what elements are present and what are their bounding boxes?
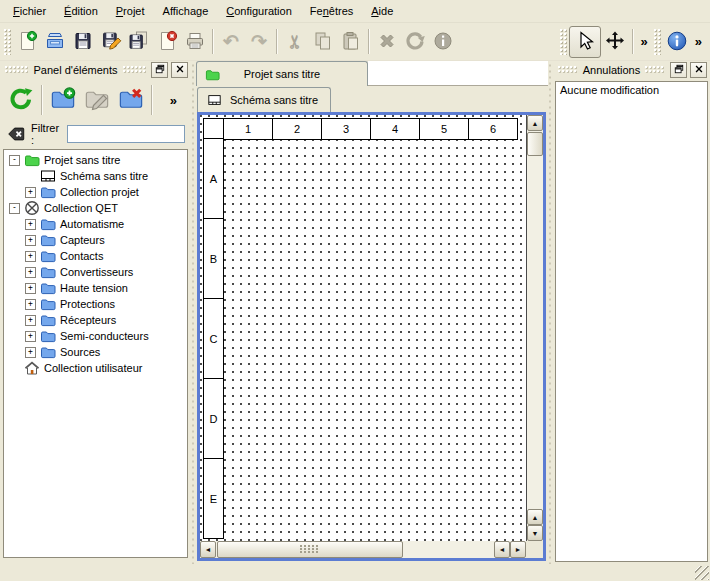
menu-affichage[interactable]: Affichage: [154, 2, 218, 20]
new-category-button[interactable]: [46, 83, 80, 117]
tree-item-projet-sans-titre[interactable]: -Projet sans titre: [4, 152, 187, 168]
schema-canvas[interactable]: 123456 ABCDE: [200, 115, 526, 541]
dock-grip: [558, 66, 578, 74]
toolbar-overflow-chevron[interactable]: »: [637, 34, 652, 49]
save-button[interactable]: [69, 28, 97, 56]
clear-filter-icon[interactable]: [6, 124, 26, 144]
tree-item-contacts[interactable]: +Contacts: [4, 248, 187, 264]
select-tool-button[interactable]: [569, 26, 601, 58]
collapse-expander[interactable]: -: [9, 155, 20, 166]
collapse-expander[interactable]: -: [9, 203, 20, 214]
tab-schema[interactable]: Schéma sans titre: [197, 87, 331, 112]
redo-icon: ↷: [251, 32, 267, 51]
header-corner-cell: [203, 118, 224, 140]
vertical-scrollbar[interactable]: ▲ ▲ ▼: [526, 115, 543, 541]
move-tool-button[interactable]: [601, 28, 629, 56]
filter-input[interactable]: [67, 125, 185, 143]
scroll-down-button[interactable]: ▼: [527, 525, 543, 541]
dock-float-button[interactable]: [151, 62, 168, 78]
undo-history-item[interactable]: Aucune modification: [558, 83, 705, 97]
dock-close-button[interactable]: [690, 62, 707, 78]
undo-dock-titlebar[interactable]: Annulations: [553, 61, 710, 79]
elements-tree[interactable]: -Projet sans titreSchéma sans titre+Coll…: [3, 149, 188, 558]
new-document-button[interactable]: [13, 28, 41, 56]
vertical-scroll-thumb[interactable]: [527, 132, 543, 156]
tab-project[interactable]: Projet sans titre: [196, 61, 368, 86]
save-as-button[interactable]: [97, 28, 125, 56]
open-button[interactable]: [41, 28, 69, 56]
toolbar-separator: [632, 29, 634, 54]
expand-expander[interactable]: +: [25, 251, 36, 262]
expand-expander[interactable]: +: [25, 235, 36, 246]
undo-history-list[interactable]: Aucune modification: [555, 81, 708, 562]
menu-bar: FichierÉditionProjetAffichageConfigurati…: [0, 0, 710, 23]
expand-expander[interactable]: +: [25, 315, 36, 326]
dock-close-button[interactable]: [171, 62, 188, 78]
print-button[interactable]: [181, 28, 209, 56]
toolbar-drag-handle[interactable]: [560, 29, 567, 55]
elements-panel-titlebar[interactable]: Panel d'éléments: [0, 61, 191, 79]
save-all-button[interactable]: [125, 28, 153, 56]
scrollbar-corner: [526, 541, 543, 558]
tree-item-collection-utilisateur[interactable]: Collection utilisateur: [4, 360, 187, 376]
dock-grip: [5, 66, 28, 74]
reload-collections-button[interactable]: [4, 83, 38, 117]
toolbar-drag-handle[interactable]: [4, 29, 11, 55]
tree-item-label: Sources: [60, 346, 100, 358]
horizontal-scroll-thumb[interactable]: [217, 541, 403, 558]
tree-item-haute-tension[interactable]: +Haute tension: [4, 280, 187, 296]
menu-fentres[interactable]: Fenêtres: [301, 2, 362, 20]
window-resize-grip[interactable]: [695, 566, 709, 580]
row-header-B: B: [203, 218, 224, 299]
tree-item-r-cepteurs[interactable]: +Récepteurs: [4, 312, 187, 328]
menu-projet[interactable]: Projet: [107, 2, 154, 20]
tree-item-sources[interactable]: +Sources: [4, 344, 187, 360]
tree-item-label: Collection utilisateur: [44, 362, 142, 374]
expand-expander[interactable]: +: [25, 187, 36, 198]
menu-dition[interactable]: Édition: [55, 2, 107, 20]
schema-icon: [40, 168, 56, 184]
expand-expander[interactable]: +: [25, 267, 36, 278]
expand-expander[interactable]: +: [25, 299, 36, 310]
tree-item-automatisme[interactable]: +Automatisme: [4, 216, 187, 232]
toolbar-drag-handle[interactable]: [654, 29, 661, 55]
tree-item-collection-projet[interactable]: +Collection projet: [4, 184, 187, 200]
horizontal-scroll-track[interactable]: [403, 541, 494, 558]
tree-item-protections[interactable]: +Protections: [4, 296, 187, 312]
scroll-left-button[interactable]: ◄: [200, 541, 216, 558]
scroll-up-button[interactable]: ▲: [527, 115, 543, 131]
scroll-left-button[interactable]: ◄: [494, 541, 510, 558]
folder-icon: [40, 296, 56, 312]
delete-category-button[interactable]: [114, 83, 148, 117]
project-tab-bar: Projet sans titre: [196, 61, 548, 86]
schema-view[interactable]: 123456 ABCDE ▲ ▲ ▼ ◄ ◄ ►: [197, 112, 546, 561]
elements-panel-dock: Panel d'éléments » Filtrer : -Projet san…: [0, 61, 191, 564]
expand-expander[interactable]: +: [25, 347, 36, 358]
close-document-button[interactable]: [153, 28, 181, 56]
panel-overflow-chevron[interactable]: »: [166, 93, 181, 108]
folder-icon: [40, 216, 56, 232]
dock-float-button[interactable]: [670, 62, 687, 78]
tree-item-semi-conducteurs[interactable]: +Semi-conducteurs: [4, 328, 187, 344]
tree-item-capteurs[interactable]: +Capteurs: [4, 232, 187, 248]
menu-fichier[interactable]: Fichier: [4, 2, 55, 20]
horizontal-scrollbar[interactable]: ◄ ◄ ►: [200, 541, 526, 558]
toolbar-overflow-chevron[interactable]: »: [691, 34, 706, 49]
tree-item-sch-ma-sans-titre[interactable]: Schéma sans titre: [4, 168, 187, 184]
expand-expander[interactable]: +: [25, 283, 36, 294]
tree-item-label: Protections: [60, 298, 115, 310]
menu-configuration[interactable]: Configuration: [217, 2, 301, 20]
scroll-up-button[interactable]: ▲: [527, 509, 543, 525]
move-icon: [604, 30, 626, 54]
expand-expander[interactable]: +: [25, 331, 36, 342]
column-header-1: 1: [223, 118, 273, 140]
tree-item-collection-qet[interactable]: -Collection QET: [4, 200, 187, 216]
menu-aide[interactable]: Aide: [362, 2, 402, 20]
scroll-right-button[interactable]: ►: [510, 541, 526, 558]
vertical-scroll-track[interactable]: [527, 156, 543, 509]
expand-expander[interactable]: +: [25, 219, 36, 230]
about-button[interactable]: [663, 28, 691, 56]
close-document-icon: [156, 30, 178, 54]
dock-grip: [123, 66, 146, 74]
tree-item-convertisseurs[interactable]: +Convertisseurs: [4, 264, 187, 280]
